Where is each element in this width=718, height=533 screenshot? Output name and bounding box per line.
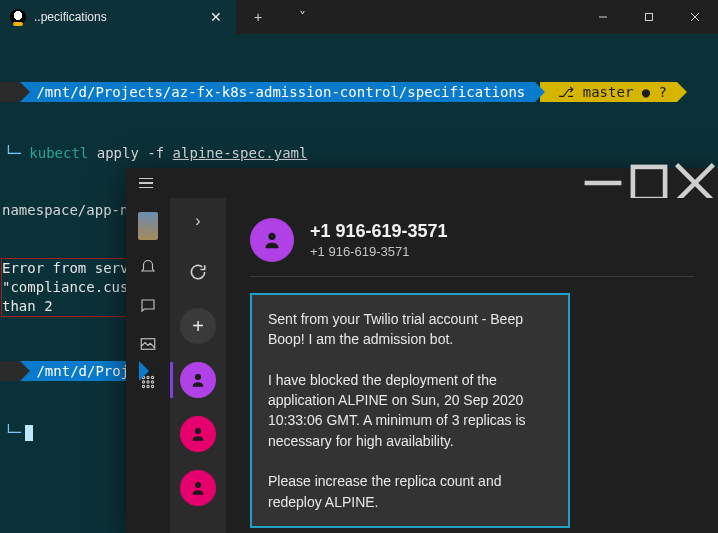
git-branch-segment: ⎇ master ● ? <box>540 82 677 102</box>
linux-icon <box>10 9 26 25</box>
cwd-segment: /mnt/d/Projects/az-fx-k8s-admission-cont… <box>20 82 535 102</box>
powerline-prompt: /mnt/d/Projects/az-fx-k8s-admission-cont… <box>0 82 718 102</box>
svg-point-15 <box>142 385 144 387</box>
chat-close-button[interactable] <box>672 168 718 198</box>
contact-avatar-large[interactable] <box>250 218 294 262</box>
chat-pane: +1 916-619-3571 +1 916-619-3571 Sent fro… <box>226 198 718 533</box>
selection-indicator <box>170 362 173 398</box>
svg-point-12 <box>142 381 144 383</box>
refresh-button[interactable] <box>180 254 216 290</box>
cwd-segment-2: /mnt/d/Proj <box>20 361 139 381</box>
svg-point-13 <box>147 381 149 383</box>
chat-maximize-button[interactable] <box>626 168 672 198</box>
cursor <box>25 425 33 441</box>
tab-title: ..pecifications <box>34 10 198 24</box>
window-minimize-button[interactable] <box>580 0 626 34</box>
svg-point-14 <box>151 381 153 383</box>
chat-window: › + +1 916-619-3571 +1 916-619-3571 Sent… <box>126 168 718 533</box>
terminal-tab[interactable]: ..pecifications ✕ <box>0 0 236 34</box>
contact-number: +1 916-619-3571 <box>310 244 448 259</box>
svg-point-11 <box>151 376 153 378</box>
terminal-titlebar: ..pecifications ✕ + ˅ <box>0 0 718 34</box>
svg-point-16 <box>147 385 149 387</box>
menu-button[interactable] <box>134 171 158 195</box>
message-list: Sent from your Twilio trial account - Be… <box>250 277 694 528</box>
gallery-icon[interactable] <box>138 334 158 354</box>
window-maximize-button[interactable] <box>626 0 672 34</box>
contact-avatar-1[interactable] <box>180 362 216 398</box>
contact-column: › + <box>170 198 226 533</box>
new-tab-button[interactable]: + <box>236 0 280 34</box>
tab-dropdown-button[interactable]: ˅ <box>280 0 324 34</box>
chat-icon[interactable] <box>138 296 158 316</box>
message-bubble[interactable]: Sent from your Twilio trial account - Be… <box>250 293 570 528</box>
expand-contacts-button[interactable]: › <box>189 206 206 236</box>
svg-point-17 <box>151 385 153 387</box>
window-close-button[interactable] <box>672 0 718 34</box>
svg-rect-1 <box>646 14 653 21</box>
tab-close-button[interactable]: ✕ <box>206 9 226 25</box>
contact-name: +1 916-619-3571 <box>310 221 448 242</box>
chat-titlebar <box>126 168 718 198</box>
notifications-icon[interactable] <box>138 258 158 278</box>
contact-header: +1 916-619-3571 +1 916-619-3571 <box>250 202 694 277</box>
contact-avatar-2[interactable] <box>180 416 216 452</box>
rail-thumbnail[interactable] <box>138 212 158 240</box>
svg-rect-5 <box>633 167 665 199</box>
add-contact-button[interactable]: + <box>180 308 216 344</box>
contact-avatar-3[interactable] <box>180 470 216 506</box>
chat-minimize-button[interactable] <box>580 168 626 198</box>
